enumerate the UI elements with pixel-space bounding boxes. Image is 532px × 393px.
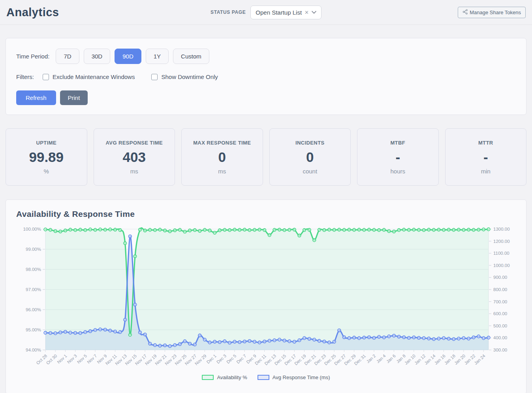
chart-title: Availability & Response Time [16,209,516,219]
top-header: Analytics STATUS PAGE Open Startup List … [0,0,532,25]
svg-text:95.00%: 95.00% [26,327,41,332]
svg-text:800.00: 800.00 [493,287,507,292]
svg-text:Dec 7: Dec 7 [235,354,247,365]
period-button-30d[interactable]: 30D [84,49,111,64]
svg-text:Nov 7: Nov 7 [86,354,98,365]
svg-text:98.00%: 98.00% [26,267,41,272]
period-button-90d[interactable]: 90D [115,49,141,64]
svg-text:500.00: 500.00 [493,323,507,328]
status-page-select[interactable]: Open Startup List ✕ [250,6,321,19]
svg-text:1300.00: 1300.00 [493,227,510,231]
stat-value: 99.89 [29,149,64,165]
manage-share-tokens-button[interactable]: Manage Share Tokens [458,7,526,18]
stats-row: UPTIME 99.89 % AVG RESPONSE TIME 403 ms … [6,128,526,186]
stat-card-avg-response: AVG RESPONSE TIME 403 ms [94,128,175,186]
svg-text:Dec 3: Dec 3 [216,354,227,365]
svg-text:Nov 5: Nov 5 [76,354,88,365]
svg-text:1100.00: 1100.00 [493,251,509,256]
stat-label: INCIDENTS [295,140,325,146]
svg-text:400.00: 400.00 [493,335,507,340]
stat-label: UPTIME [36,140,56,146]
print-button[interactable]: Print [60,90,88,105]
svg-text:300.00: 300.00 [493,348,507,352]
period-button-7d[interactable]: 7D [56,49,79,64]
share-icon [462,9,468,16]
svg-text:Nov 3: Nov 3 [66,354,78,365]
svg-text:Oct 28: Oct 28 [35,354,48,366]
stat-value: 0 [218,149,226,165]
response-time-legend-swatch [258,375,269,380]
svg-text:Dec 31: Dec 31 [353,354,367,366]
availability-legend-swatch [202,375,214,380]
svg-text:99.00%: 99.00% [26,247,41,252]
svg-text:Jan 2: Jan 2 [365,354,376,364]
stat-value: - [483,149,488,165]
chart-panel: Availability & Response Time 100.00%99.0… [6,199,526,393]
chart-legend: Availability % Avg Response Time (ms) [16,374,516,380]
stat-label: MAX RESPONSE TIME [193,140,251,146]
stat-unit: hours [390,168,405,175]
legend-label: Avg Response Time (ms) [273,374,330,380]
stat-label: MTBF [390,140,405,146]
chart-area: 100.00%99.00%98.00%97.00%96.00%95.00%94.… [16,224,516,374]
stat-unit: ms [218,168,226,175]
stat-value: 403 [123,149,146,165]
exclude-maintenance-label: Exclude Maintenance Windows [53,73,135,80]
show-downtime-label: Show Downtime Only [161,73,218,80]
legend-item-availability[interactable]: Availability % [202,374,247,380]
svg-text:1200.00: 1200.00 [493,239,510,244]
page-title: Analytics [6,6,211,19]
clear-selection-icon[interactable]: ✕ [305,10,309,15]
status-page-selected-value: Open Startup List [256,9,302,16]
manage-share-tokens-label: Manage Share Tokens [470,9,521,15]
legend-label: Availability % [217,374,247,380]
svg-text:Dec 1: Dec 1 [206,354,217,365]
svg-text:Oct 30: Oct 30 [45,354,58,366]
stat-unit: min [481,168,491,175]
svg-text:Jan 4: Jan 4 [376,354,387,364]
chevron-down-icon [312,11,316,14]
svg-text:700.00: 700.00 [493,299,507,304]
svg-text:900.00: 900.00 [493,275,507,280]
svg-text:600.00: 600.00 [493,311,507,316]
svg-text:Jan 20: Jan 20 [453,354,466,366]
svg-text:Jan 12: Jan 12 [414,354,427,366]
svg-text:Jan 22: Jan 22 [463,354,476,366]
filters-label: Filters: [16,73,34,80]
checkbox-icon[interactable] [43,74,49,80]
time-period-label: Time Period: [16,53,49,60]
stat-unit: ms [130,168,138,175]
period-button-custom[interactable]: Custom [173,49,209,64]
svg-text:100.00%: 100.00% [23,227,41,231]
availability-response-chart: 100.00%99.00%98.00%97.00%96.00%95.00%94.… [16,224,515,372]
svg-text:1000.00: 1000.00 [493,263,510,268]
legend-item-response-time[interactable]: Avg Response Time (ms) [258,374,330,380]
stat-card-uptime: UPTIME 99.89 % [6,128,87,186]
status-page-label: STATUS PAGE [211,9,246,15]
svg-text:Dec 5: Dec 5 [226,354,237,365]
svg-text:97.00%: 97.00% [26,287,41,292]
period-button-1y[interactable]: 1Y [146,49,169,64]
svg-text:96.00%: 96.00% [26,307,41,312]
exclude-maintenance-checkbox[interactable]: Exclude Maintenance Windows [43,73,135,80]
stat-label: AVG RESPONSE TIME [105,140,163,146]
stat-value: 0 [306,149,314,165]
svg-text:Jan 16: Jan 16 [433,354,446,366]
stat-card-mtbf: MTBF - hours [357,128,439,186]
svg-text:Jan 14: Jan 14 [423,354,436,366]
stat-value: - [395,149,400,165]
filter-panel: Time Period: 7D 30D 90D 1Y Custom Filter… [6,38,526,115]
stat-unit: % [44,168,49,175]
checkbox-icon[interactable] [151,74,158,80]
refresh-button[interactable]: Refresh [16,90,56,105]
svg-text:Nov 1: Nov 1 [56,354,68,365]
stat-unit: count [303,168,317,175]
stat-card-max-response: MAX RESPONSE TIME 0 ms [181,128,263,186]
svg-text:Jan 6: Jan 6 [385,354,397,364]
stat-card-incidents: INCIDENTS 0 count [269,128,351,186]
svg-text:Nov 29: Nov 29 [194,354,207,366]
svg-text:Jan 18: Jan 18 [444,354,457,366]
stat-label: MTTR [478,140,493,146]
show-downtime-checkbox[interactable]: Show Downtime Only [151,73,218,80]
stat-card-mttr: MTTR - min [445,128,527,186]
